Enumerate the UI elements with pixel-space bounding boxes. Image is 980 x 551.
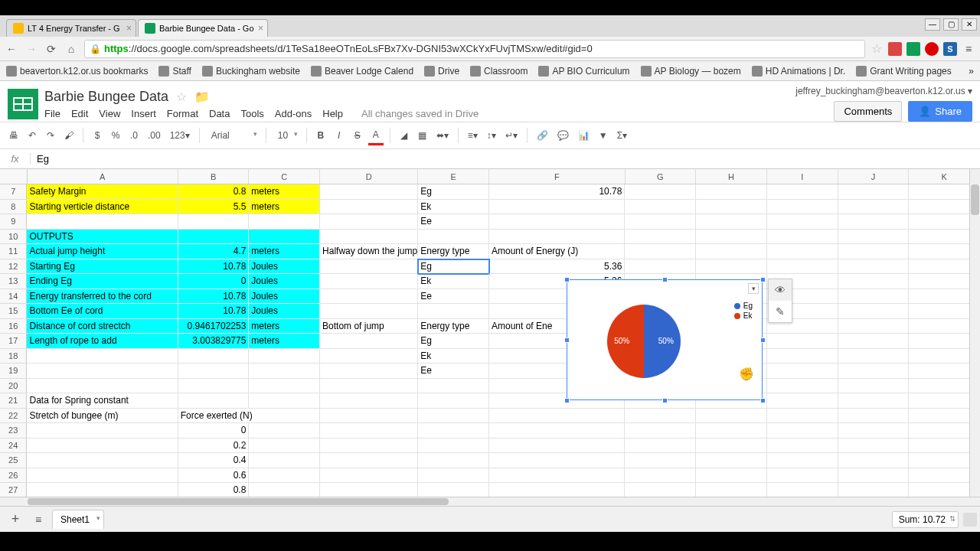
row-header[interactable]: 26: [0, 468, 27, 484]
cell[interactable]: [696, 439, 767, 454]
cell[interactable]: 4.7: [178, 244, 250, 259]
borders-button[interactable]: ▦: [415, 127, 430, 144]
cell[interactable]: [27, 349, 178, 364]
cell[interactable]: meters: [249, 184, 320, 200]
row-header[interactable]: 25: [0, 453, 27, 468]
cell[interactable]: [767, 200, 838, 215]
column-header[interactable]: I: [767, 169, 838, 184]
cell[interactable]: [838, 439, 910, 454]
cell[interactable]: Ek: [418, 200, 489, 215]
bookmark-item[interactable]: AP BIO Curriculum: [538, 66, 629, 77]
cell[interactable]: 5.5: [178, 200, 250, 215]
cell[interactable]: [696, 453, 767, 468]
cell[interactable]: 0: [178, 423, 250, 439]
cell[interactable]: [625, 409, 696, 424]
cell[interactable]: [625, 214, 696, 230]
redo-button[interactable]: ↷: [43, 127, 58, 144]
cell[interactable]: Eg: [418, 334, 489, 349]
url-input[interactable]: 🔒 https://docs.google.com/spreadsheets/d…: [84, 40, 865, 58]
row-header[interactable]: 9: [0, 214, 27, 230]
cell[interactable]: [838, 409, 910, 424]
cell[interactable]: [838, 289, 910, 305]
cell[interactable]: [320, 439, 418, 454]
menu-tools[interactable]: Tools: [240, 108, 263, 119]
cell[interactable]: [767, 214, 838, 230]
cell[interactable]: Energy type: [418, 319, 489, 334]
cell[interactable]: [249, 349, 320, 364]
all-sheets-button[interactable]: ≡: [31, 514, 46, 526]
row-header[interactable]: 22: [0, 409, 27, 424]
cell[interactable]: [27, 468, 178, 484]
menu-file[interactable]: File: [44, 108, 60, 119]
cell[interactable]: [320, 364, 418, 379]
cell[interactable]: [838, 230, 910, 245]
cell[interactable]: [767, 483, 838, 497]
cell[interactable]: [767, 393, 838, 409]
cell[interactable]: [838, 379, 910, 394]
cell[interactable]: Safety Margin: [27, 184, 178, 200]
explore-button[interactable]: [963, 513, 977, 527]
bookmark-item[interactable]: Grant Writing pages: [856, 66, 952, 77]
user-email[interactable]: jeffrey_buckingham@beaverton.k12.or.us ▾: [795, 86, 972, 96]
cell[interactable]: [696, 468, 767, 484]
cell[interactable]: 3.003829775: [178, 334, 250, 349]
column-header[interactable]: G: [626, 169, 697, 184]
close-icon[interactable]: ×: [258, 23, 263, 34]
cell[interactable]: [320, 200, 418, 215]
cell[interactable]: [320, 393, 418, 409]
cell[interactable]: [249, 230, 320, 245]
bookmark-item[interactable]: Staff: [158, 66, 191, 77]
font-select[interactable]: Arial: [206, 127, 260, 144]
cell[interactable]: [625, 200, 696, 215]
cell[interactable]: [249, 379, 320, 394]
cell[interactable]: [320, 274, 418, 289]
resize-handle[interactable]: [662, 398, 668, 403]
italic-button[interactable]: I: [332, 127, 347, 144]
cell[interactable]: 10.78: [178, 289, 250, 305]
cell[interactable]: [320, 453, 418, 468]
column-header[interactable]: E: [418, 169, 489, 184]
star-icon[interactable]: ☆: [176, 90, 187, 104]
font-size-select[interactable]: 10: [273, 127, 300, 144]
cell[interactable]: [625, 259, 696, 275]
cell[interactable]: [767, 453, 838, 468]
row-header[interactable]: 24: [0, 439, 27, 454]
cell[interactable]: 0.8: [178, 184, 250, 200]
cell[interactable]: meters: [249, 200, 320, 215]
undo-button[interactable]: ↶: [24, 127, 40, 144]
cell[interactable]: [320, 379, 418, 394]
cell[interactable]: [320, 230, 418, 245]
minimize-button[interactable]: —: [925, 18, 940, 31]
column-header[interactable]: F: [489, 169, 626, 184]
row-header[interactable]: 13: [0, 274, 27, 289]
row-header[interactable]: 23: [0, 423, 27, 439]
cell[interactable]: [320, 214, 418, 230]
home-button[interactable]: ⌂: [64, 42, 78, 56]
row-header[interactable]: 8: [0, 200, 27, 215]
cell[interactable]: [838, 319, 910, 334]
bookmark-item[interactable]: Drive: [424, 66, 459, 77]
cell[interactable]: [838, 349, 910, 364]
cell[interactable]: [625, 453, 696, 468]
cell[interactable]: [178, 393, 250, 409]
row-header[interactable]: 12: [0, 259, 27, 275]
maximize-button[interactable]: ▢: [943, 18, 959, 31]
cell[interactable]: Joules: [249, 289, 320, 305]
merge-button[interactable]: ⬌▾: [433, 127, 452, 144]
cell[interactable]: [27, 439, 178, 454]
row-header[interactable]: 14: [0, 289, 27, 305]
cell[interactable]: OUTPUTS: [27, 230, 178, 245]
chart-menu-dropdown[interactable]: ▾: [748, 283, 759, 294]
cell[interactable]: [489, 214, 625, 230]
resize-handle[interactable]: [760, 277, 766, 282]
cell[interactable]: Ek: [418, 274, 489, 289]
cell[interactable]: Bottom of jump: [320, 319, 418, 334]
cell[interactable]: [27, 214, 178, 230]
cell[interactable]: [838, 483, 910, 497]
drive-ext-icon[interactable]: [906, 42, 920, 56]
cell[interactable]: [838, 274, 910, 289]
cell[interactable]: [625, 468, 696, 484]
menu-icon[interactable]: ≡: [962, 42, 975, 56]
column-header[interactable]: J: [838, 169, 910, 184]
cell[interactable]: [178, 349, 250, 364]
